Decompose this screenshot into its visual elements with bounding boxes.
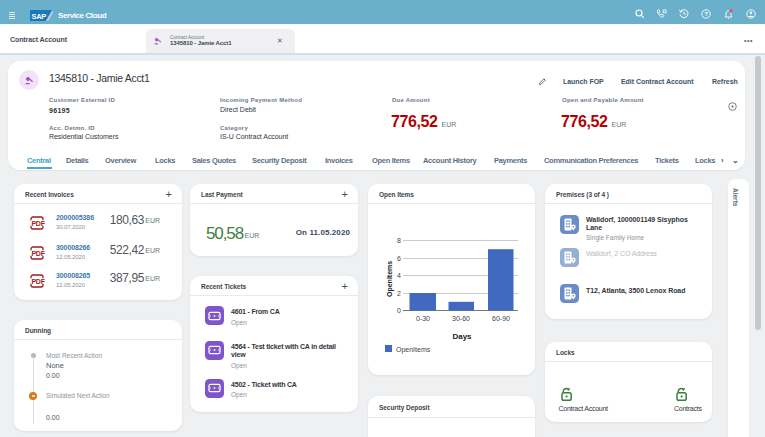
svg-text:SAP: SAP bbox=[32, 12, 47, 21]
svg-text:8: 8 bbox=[397, 237, 401, 244]
svg-text:6: 6 bbox=[397, 255, 401, 262]
svg-text:OpenItems: OpenItems bbox=[396, 346, 431, 354]
svg-text:PDF: PDF bbox=[31, 250, 45, 257]
svg-text:PDF: PDF bbox=[31, 278, 45, 285]
svg-text:0-30: 0-30 bbox=[416, 315, 430, 322]
svg-text:OpenItems: OpenItems bbox=[386, 261, 394, 297]
svg-text:2: 2 bbox=[397, 290, 401, 297]
svg-text:30-60: 30-60 bbox=[452, 315, 470, 322]
svg-text:4: 4 bbox=[397, 272, 401, 279]
svg-text:PDF: PDF bbox=[31, 220, 45, 227]
svg-text:?: ? bbox=[704, 11, 708, 17]
svg-text:0: 0 bbox=[397, 307, 401, 314]
svg-text:60-90: 60-90 bbox=[492, 315, 510, 322]
svg-text:Days: Days bbox=[452, 332, 472, 341]
